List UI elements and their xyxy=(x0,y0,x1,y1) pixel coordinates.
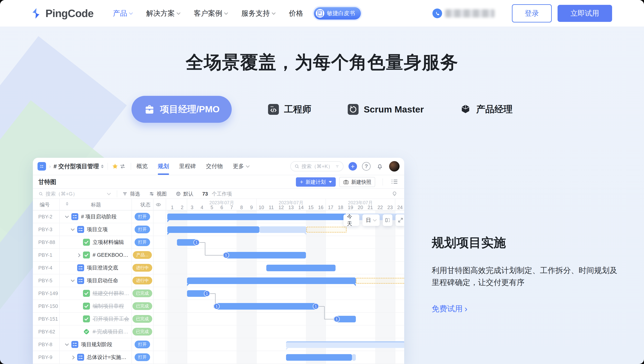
notifications-bell-icon[interactable] xyxy=(376,162,384,170)
expand-chevron-icon[interactable] xyxy=(71,356,75,359)
view-settings-button[interactable]: 视图 xyxy=(149,191,167,197)
table-row[interactable]: PBY-62# 完成项目启动阶段...已完成 xyxy=(33,325,404,338)
column-header-status[interactable]: 状态 xyxy=(140,199,150,211)
breadcrumb-project[interactable]: # 交付型项目管理 xyxy=(54,162,99,170)
expand-chevron-icon[interactable] xyxy=(71,227,75,231)
login-button[interactable]: 登录 xyxy=(512,4,552,23)
row-title-cell[interactable]: # 完成项目启动阶段... xyxy=(59,325,132,338)
status-badge[interactable]: 打开 xyxy=(134,353,150,361)
row-title-cell[interactable]: 组建交付群和工作台 xyxy=(59,287,132,299)
row-title-cell[interactable]: 召开项目开工会 xyxy=(59,313,132,325)
gantt-bar-dashed[interactable] xyxy=(356,278,404,284)
gantt-bar-solid[interactable] xyxy=(286,354,352,361)
row-title-cell[interactable]: 编制项目章程 xyxy=(59,300,132,312)
table-row[interactable]: PBY-1# GEEKBOOKS 极...产品...1 xyxy=(33,249,404,262)
gantt-bar-light[interactable] xyxy=(352,354,356,361)
gantt-bar-solid[interactable] xyxy=(187,277,356,284)
table-row[interactable]: PBY-149组建交付群和工作台已完成1 xyxy=(33,287,404,300)
row-title-cell[interactable]: # 项目启动阶段 xyxy=(59,211,132,223)
app-tab-里程碑[interactable]: 里程碑 xyxy=(179,158,196,175)
gantt-bar-solid[interactable] xyxy=(216,303,316,310)
gantt-bar-solid[interactable] xyxy=(266,265,336,271)
pingcode-logo[interactable]: PingCode xyxy=(30,7,94,20)
new-plan-button[interactable]: + 新建计划 xyxy=(296,177,336,187)
app-tab-更多[interactable]: 更多 xyxy=(233,158,249,175)
role-tab-项目经理/PMO[interactable]: 项目经理/PMO xyxy=(132,96,232,123)
sort-icon[interactable] xyxy=(66,202,68,206)
status-badge[interactable]: 进行中 xyxy=(132,277,152,284)
status-badge[interactable]: 已完成 xyxy=(132,315,152,323)
row-title-cell[interactable]: 项目立项 xyxy=(59,223,132,236)
expand-chevron-icon[interactable] xyxy=(76,253,80,257)
app-tab-规划[interactable]: 规划 xyxy=(158,158,169,175)
help-icon[interactable]: ? xyxy=(362,162,370,170)
nav-item-产品[interactable]: 产品 xyxy=(113,9,132,18)
plan-list-icon[interactable] xyxy=(390,178,399,186)
row-title-cell[interactable]: 项目启动任命 xyxy=(59,274,132,287)
status-badge[interactable]: 打开 xyxy=(134,226,150,233)
row-title-cell[interactable]: # GEEKBOOKS 极... xyxy=(59,249,132,261)
gantt-search-input[interactable]: 搜索（⌘+G） xyxy=(38,191,96,197)
gantt-bar-dashed[interactable] xyxy=(306,227,346,233)
nav-item-label: 价格 xyxy=(289,9,303,18)
search-scope-caret-icon[interactable] xyxy=(107,191,111,195)
project-switch-icon[interactable] xyxy=(101,164,104,168)
gantt-bar-solid[interactable] xyxy=(167,214,346,220)
filter-toolbar: 搜索（⌘+G） 筛选 视图 默认 73 个工作项 xyxy=(33,189,404,199)
role-tab-工程师[interactable]: 工程师 xyxy=(268,103,311,115)
table-row[interactable]: PBY-8项目规划阶段打开 xyxy=(33,338,404,351)
nav-item-服务支持[interactable]: 服务支持 xyxy=(241,9,275,18)
gantt-bar-solid[interactable] xyxy=(226,252,306,258)
expand-chevron-icon[interactable] xyxy=(65,342,69,346)
table-row[interactable]: PBY-151召开项目开工会已完成1 xyxy=(33,313,404,325)
free-trial-link[interactable]: 免费试用 › xyxy=(432,303,617,314)
status-badge[interactable]: 已完成 xyxy=(132,289,152,297)
table-row[interactable]: PBY-4项目澄清交底进行中 xyxy=(33,262,404,274)
gantt-bar-solid[interactable] xyxy=(167,226,259,233)
row-title-cell[interactable]: 立项材料编辑 xyxy=(59,236,132,248)
today-button[interactable]: 今天 xyxy=(344,214,359,226)
split-panel-icon[interactable] xyxy=(383,214,392,226)
column-visibility-eye-icon[interactable] xyxy=(156,199,161,211)
swap-icon[interactable] xyxy=(118,162,127,170)
fullscreen-icon[interactable] xyxy=(396,214,404,226)
app-tab-概览[interactable]: 概览 xyxy=(136,158,148,175)
whitepaper-badge[interactable]: 敏捷白皮书 xyxy=(314,7,361,20)
status-badge[interactable]: 产品... xyxy=(133,251,152,259)
role-tab-产品经理[interactable]: 产品经理 xyxy=(460,103,512,115)
favorite-star-icon[interactable] xyxy=(112,163,118,170)
create-button[interactable]: + xyxy=(348,162,357,170)
status-badge[interactable]: 已完成 xyxy=(132,302,152,310)
role-tab-Scrum Master[interactable]: Scrum Master xyxy=(347,103,424,115)
status-badge[interactable]: 打开 xyxy=(134,213,150,221)
gantt-bar-light[interactable] xyxy=(259,226,306,233)
time-scale-button[interactable]: 日 xyxy=(362,214,380,226)
default-view-button[interactable]: 默认 xyxy=(176,191,194,197)
new-snapshot-button[interactable]: 新建快照 xyxy=(339,177,375,187)
status-badge[interactable]: 打开 xyxy=(134,340,150,348)
nav-item-客户案例[interactable]: 客户案例 xyxy=(194,9,228,18)
app-tab-交付物[interactable]: 交付物 xyxy=(206,158,223,175)
status-badge[interactable]: 打开 xyxy=(134,238,150,246)
gantt-bar-planned[interactable] xyxy=(286,341,404,348)
user-avatar[interactable] xyxy=(389,161,400,171)
table-row[interactable]: PBY-5项目启动任命进行中 xyxy=(33,274,404,287)
expand-chevron-icon[interactable] xyxy=(71,278,75,282)
column-header-id[interactable]: 编号 xyxy=(40,199,50,211)
row-title-cell[interactable]: 总体设计=实施方案（... xyxy=(59,351,132,363)
global-search-input[interactable]: 搜索（⌘+K） xyxy=(290,161,344,171)
table-row[interactable]: PBY-88立项材料编辑打开1 xyxy=(33,236,404,249)
row-title-cell[interactable]: 项目澄清交底 xyxy=(59,262,132,274)
trial-button[interactable]: 立即试用 xyxy=(558,5,612,22)
status-badge[interactable]: 已完成 xyxy=(132,328,152,335)
row-title-cell[interactable]: 项目规划阶段 xyxy=(59,338,132,351)
tips-lightbulb-icon[interactable] xyxy=(390,190,399,198)
table-row[interactable]: PBY-9总体设计=实施方案（...打开 xyxy=(33,351,404,364)
nav-item-解决方案[interactable]: 解决方案 xyxy=(146,9,180,18)
expand-chevron-icon[interactable] xyxy=(65,214,69,218)
column-header-title[interactable]: 标题 xyxy=(91,199,101,211)
status-badge[interactable]: 进行中 xyxy=(132,264,152,272)
filter-button[interactable]: 筛选 xyxy=(122,191,140,197)
table-row[interactable]: PBY-150编制项目章程已完成11 xyxy=(33,300,404,313)
nav-item-价格[interactable]: 价格 xyxy=(289,9,303,18)
